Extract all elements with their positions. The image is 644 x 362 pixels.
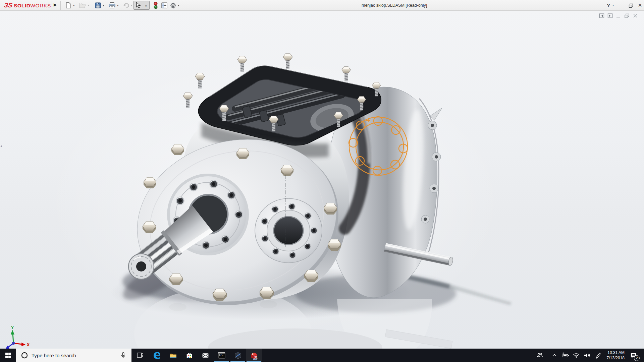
shaft-tip — [128, 254, 154, 279]
wifi-tray-button[interactable] — [571, 349, 581, 362]
select-tool-button[interactable]: ▾ — [133, 1, 150, 10]
open-document-button[interactable] — [78, 1, 87, 9]
print-icon — [108, 2, 116, 9]
taskbar-app-cad-tool[interactable] — [230, 349, 246, 362]
minimize-button[interactable]: — — [617, 0, 626, 11]
volume-icon — [583, 351, 591, 359]
command-prompt-icon: C:\_ — [217, 351, 226, 360]
taskbar-app-command-prompt[interactable]: C:\_ — [214, 349, 230, 362]
window-title: menjac sklop.SLDASM [Read-only] — [362, 0, 427, 11]
file-explorer-icon — [169, 351, 177, 360]
restore-icon — [629, 3, 633, 8]
print-dropdown[interactable]: ▾ — [117, 4, 119, 7]
restore-button[interactable] — [627, 0, 635, 11]
taskbar-app-store[interactable] — [181, 349, 197, 362]
collapse-pane-icon[interactable] — [599, 13, 604, 18]
microphone-icon[interactable] — [119, 351, 127, 359]
new-document-dropdown[interactable]: ▾ — [73, 4, 75, 7]
solidworks-logo-mark: ЗS — [3, 2, 13, 9]
open-document-dropdown[interactable]: ▾ — [88, 4, 90, 7]
undo-dropdown[interactable]: ▾ — [131, 4, 132, 7]
rebuild-indicator-icon — [153, 2, 158, 9]
undo-button[interactable] — [122, 1, 130, 9]
windows-logo-icon — [5, 353, 11, 358]
microsoft-edge-icon — [153, 351, 161, 360]
triad-y-label: Y — [11, 325, 14, 330]
people-icon — [536, 352, 543, 359]
notification-badge[interactable]: 2 — [634, 355, 640, 361]
volume-tray-button[interactable] — [582, 349, 592, 362]
triad-x-label: X — [27, 343, 30, 347]
search-input[interactable]: Type here to search — [32, 353, 119, 358]
sw-year: 2017 — [253, 358, 258, 360]
chevron-up-icon — [551, 352, 557, 358]
task-view-icon — [136, 351, 144, 359]
restore-doc-icon[interactable] — [624, 13, 630, 18]
minimize-doc-icon[interactable] — [616, 13, 621, 18]
menu-flyout-arrow[interactable]: ▶ — [54, 2, 57, 7]
side-flange[interactable] — [255, 198, 322, 263]
search-box[interactable]: Type here to search — [16, 349, 131, 362]
microsoft-store-icon — [185, 351, 194, 360]
solidworks-2017-icon: S W 2017 — [250, 351, 259, 360]
document-properties-icon — [161, 2, 168, 9]
people-tray-button[interactable] — [535, 349, 545, 362]
titlebar: ЗS SOLID WORKS ▶ ▾ ▾ ▾ ▾ ▾ ▾ ▾ menjac sk… — [0, 0, 644, 11]
expand-pane-icon[interactable] — [607, 13, 613, 18]
select-cursor-icon — [135, 2, 141, 9]
rebuild-indicator-button[interactable] — [152, 1, 160, 9]
task-view-button[interactable] — [132, 349, 148, 362]
mail-icon — [201, 351, 210, 360]
save-dropdown[interactable]: ▾ — [103, 4, 104, 7]
feature-pane-handle[interactable]: ◂ — [0, 142, 3, 150]
document-properties-button[interactable] — [160, 1, 168, 9]
close-button[interactable]: ✕ — [636, 0, 644, 11]
undo-icon — [122, 2, 130, 9]
cortana-icon — [21, 352, 28, 359]
taskbar-app-file-explorer[interactable] — [165, 349, 181, 362]
taskbar-app-edge[interactable] — [149, 349, 165, 362]
print-button[interactable] — [108, 1, 116, 9]
start-button[interactable] — [0, 349, 16, 362]
open-document-icon — [79, 2, 86, 9]
taskbar-app-solidworks[interactable]: S W 2017 — [246, 349, 262, 362]
taskbar: Type here to search C:\_ S W 2017 — [0, 349, 644, 362]
feature-pane-edge — [3, 11, 3, 349]
save-icon — [95, 2, 101, 9]
help-dropdown[interactable]: ▾ — [611, 0, 615, 11]
select-tool-dropdown[interactable]: ▾ — [145, 4, 147, 8]
new-document-icon — [65, 2, 72, 9]
document-window-controls — [599, 13, 638, 18]
options-button[interactable] — [169, 1, 177, 9]
clock-time: 10:31 AM — [600, 350, 625, 355]
wifi-icon — [572, 351, 580, 359]
close-doc-icon[interactable] — [633, 13, 638, 18]
help-button[interactable]: ? — [605, 0, 612, 11]
battery-charging-icon — [561, 351, 570, 359]
battery-tray-button[interactable] — [560, 349, 571, 362]
taskbar-clock[interactable]: 10:31 AM 7/13/2018 — [600, 350, 625, 361]
gear-icon — [170, 2, 176, 9]
cmd-icon-text: C:\_ — [219, 354, 224, 356]
options-dropdown[interactable]: ▾ — [178, 4, 179, 7]
graphics-viewport[interactable]: Y X Z *Dimetric — [0, 11, 644, 349]
cad-tool-hexagon-icon — [234, 351, 242, 360]
clock-date: 7/13/2018 — [600, 355, 625, 361]
new-document-button[interactable] — [64, 1, 72, 9]
solidworks-logo: ЗS SOLID WORKS — [4, 2, 51, 9]
hidden-icons-button[interactable] — [549, 349, 559, 362]
gearbox-3d-model[interactable]: Y X Z — [0, 11, 644, 362]
save-button[interactable] — [94, 1, 102, 9]
taskbar-app-mail[interactable] — [197, 349, 213, 362]
sw-letter-s: S — [252, 353, 254, 355]
